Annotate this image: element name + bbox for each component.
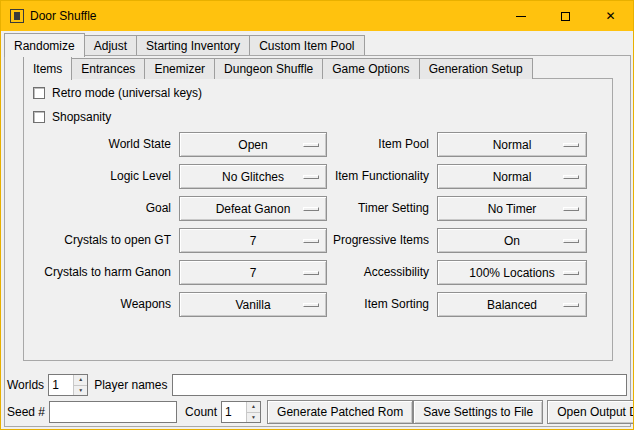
count-label: Count [185, 405, 217, 419]
dropdown-item-functionality[interactable]: Normal [437, 164, 587, 189]
dropdown-crystals-ganon-value: 7 [250, 266, 257, 280]
spin-up-icon[interactable]: ▲ [74, 375, 87, 385]
player-names-input[interactable] [172, 374, 628, 396]
titlebar[interactable]: Door Shuffle ✕ [1, 1, 633, 31]
worlds-input[interactable] [49, 375, 73, 395]
dropdown-item-sorting[interactable]: Balanced [437, 292, 587, 317]
dropdown-indicator-icon [563, 175, 579, 179]
count-spin-arrows: ▲ ▼ [246, 402, 260, 422]
dropdown-indicator-icon [563, 239, 579, 243]
field-label-world-state: World State [25, 132, 171, 157]
tab-items[interactable]: Items [23, 56, 72, 80]
tab-custom-item-pool[interactable]: Custom Item Pool [249, 35, 364, 56]
retro-mode-checkbox[interactable] [33, 87, 45, 99]
close-button[interactable]: ✕ [588, 1, 633, 31]
dropdown-goal-value: Defeat Ganon [216, 202, 291, 216]
retro-mode-option[interactable]: Retro mode (universal keys) [33, 86, 202, 100]
field-label-logic-level: Logic Level [25, 164, 171, 189]
dropdown-accessibility-value: 100% Locations [469, 266, 554, 280]
dropdown-accessibility[interactable]: 100% Locations [437, 260, 587, 285]
dropdown-world-state-value: Open [238, 138, 267, 152]
shopsanity-label: Shopsanity [52, 110, 111, 124]
dropdown-indicator-icon [563, 271, 579, 275]
shopsanity-checkbox[interactable] [33, 111, 45, 123]
count-input[interactable] [222, 402, 246, 422]
window-title: Door Shuffle [30, 9, 97, 23]
tab-dungeon-shuffle[interactable]: Dungeon Shuffle [214, 58, 323, 79]
minimize-button[interactable] [498, 1, 543, 31]
spin-down-icon[interactable]: ▼ [74, 385, 87, 396]
dropdown-item-pool-value: Normal [493, 138, 532, 152]
dropdown-indicator-icon [563, 207, 579, 211]
spin-down-icon[interactable]: ▼ [247, 412, 260, 423]
tab-enemizer[interactable]: Enemizer [144, 58, 215, 79]
spin-up-icon[interactable]: ▲ [247, 402, 260, 412]
main-tabstrip: Randomize Adjust Starting Inventory Cust… [4, 33, 364, 56]
field-label-item-pool: Item Pool [296, 132, 429, 157]
player-names-label: Player names [94, 378, 167, 392]
tab-randomize[interactable]: Randomize [4, 33, 85, 57]
maximize-button[interactable] [543, 1, 588, 31]
shopsanity-option[interactable]: Shopsanity [33, 110, 111, 124]
maximize-icon [561, 12, 570, 21]
worlds-spinner[interactable]: ▲ ▼ [48, 374, 88, 396]
field-label-weapons: Weapons [25, 292, 171, 317]
dropdown-indicator-icon [563, 303, 579, 307]
close-icon: ✕ [605, 10, 615, 22]
field-label-accessibility: Accessibility [296, 260, 429, 285]
worlds-spin-arrows: ▲ ▼ [73, 375, 87, 395]
minimize-icon [516, 16, 526, 17]
seed-input[interactable] [49, 401, 177, 423]
dropdown-timer-setting[interactable]: No Timer [437, 196, 587, 221]
generate-patched-rom-button[interactable]: Generate Patched Rom [267, 400, 413, 424]
dropdown-weapons-value: Vanilla [235, 298, 270, 312]
seed-label: Seed # [7, 405, 45, 419]
tab-entrances[interactable]: Entrances [71, 58, 145, 79]
dropdown-logic-level-value: No Glitches [222, 170, 284, 184]
worlds-row: Worlds ▲ ▼ Player names [7, 373, 627, 397]
settings-tabstrip: Items Entrances Enemizer Dungeon Shuffle… [23, 58, 532, 79]
field-label-timer-setting: Timer Setting [296, 196, 429, 221]
dropdown-progressive-items-value: On [504, 234, 520, 248]
field-label-crystals-gt: Crystals to open GT [25, 228, 171, 253]
retro-mode-label: Retro mode (universal keys) [52, 86, 202, 100]
seed-row: Seed # Count ▲ ▼ Generate Patched Rom Sa… [7, 400, 627, 424]
field-label-item-functionality: Item Functionality [296, 164, 429, 189]
field-label-goal: Goal [25, 196, 171, 221]
save-settings-button[interactable]: Save Settings to File [413, 400, 543, 424]
tab-game-options[interactable]: Game Options [322, 58, 419, 79]
dropdown-progressive-items[interactable]: On [437, 228, 587, 253]
dropdown-indicator-icon [563, 143, 579, 147]
field-label-item-sorting: Item Sorting [296, 292, 429, 317]
dropdown-item-functionality-value: Normal [493, 170, 532, 184]
count-spinner[interactable]: ▲ ▼ [221, 401, 261, 423]
app-window: Door Shuffle ✕ Randomize Adjust Starting… [0, 0, 634, 430]
tab-starting-inventory[interactable]: Starting Inventory [136, 35, 250, 56]
tab-adjust[interactable]: Adjust [84, 35, 137, 56]
field-label-progressive-items: Progressive Items [296, 228, 429, 253]
field-label-crystals-ganon: Crystals to harm Ganon [25, 260, 171, 285]
open-output-directory-button[interactable]: Open Output Directory [547, 400, 634, 424]
dropdown-item-sorting-value: Balanced [487, 298, 537, 312]
dropdown-crystals-gt-value: 7 [250, 234, 257, 248]
dropdown-timer-setting-value: No Timer [488, 202, 537, 216]
window-controls: ✕ [498, 1, 633, 31]
worlds-label: Worlds [7, 378, 44, 392]
app-icon [10, 9, 24, 23]
dropdown-item-pool[interactable]: Normal [437, 132, 587, 157]
tab-generation-setup[interactable]: Generation Setup [419, 58, 533, 79]
